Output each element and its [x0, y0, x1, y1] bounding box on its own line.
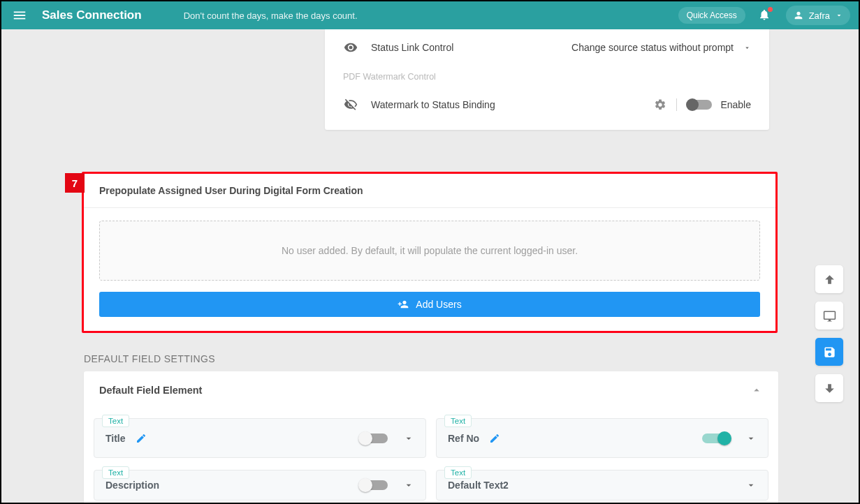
- save-button[interactable]: [815, 338, 843, 366]
- default-field-element-title: Default Field Element: [99, 385, 750, 396]
- edit-icon[interactable]: [136, 433, 147, 444]
- status-link-control-value: Change source status without prompt: [571, 42, 734, 53]
- default-field-element-card: Default Field Element Text Title Text: [84, 371, 778, 503]
- notification-bell-icon[interactable]: [758, 8, 772, 22]
- field-title-toggle[interactable]: [360, 433, 388, 443]
- scroll-up-button[interactable]: [815, 265, 843, 293]
- gear-icon[interactable]: [654, 98, 666, 111]
- collapse-chevron-up-icon[interactable]: [750, 384, 763, 396]
- add-users-label: Add Users: [416, 299, 461, 310]
- prepopulate-heading: Prepopulate Assigned User During Digital…: [84, 174, 775, 208]
- floating-actions: [815, 265, 843, 402]
- watermark-enable-toggle[interactable]: [687, 100, 712, 110]
- watermark-binding-label: Watermark to Status Binding: [371, 99, 654, 110]
- save-icon: [823, 346, 836, 359]
- visibility-off-icon: [343, 97, 358, 112]
- enable-label: Enable: [720, 99, 751, 110]
- quick-access-button[interactable]: Quick Access: [678, 7, 745, 24]
- expand-chevron-down-icon[interactable]: [403, 480, 414, 491]
- default-field-settings-heading: DEFAULT FIELD SETTINGS: [84, 353, 215, 364]
- field-type-tag: Text: [444, 415, 472, 427]
- field-refno-row: Ref No: [436, 418, 768, 458]
- field-default-text2-row: Default Text2: [436, 470, 768, 501]
- preview-desktop-button[interactable]: [815, 302, 843, 329]
- tagline: Don't count the days, make the days coun…: [184, 10, 678, 21]
- field-description-row: Description: [94, 470, 426, 501]
- app-header: Sales Connection Don't count the days, m…: [1, 1, 859, 29]
- field-title-row: Title: [94, 418, 426, 458]
- field-type-tag: Text: [444, 466, 472, 479]
- prepopulate-user-card: Prepopulate Assigned User During Digital…: [82, 172, 778, 333]
- status-link-control-label: Status Link Control: [371, 42, 571, 53]
- caret-down-icon: [743, 44, 751, 52]
- expand-chevron-down-icon[interactable]: [745, 433, 757, 444]
- arrow-down-icon: [823, 382, 836, 395]
- scroll-down-button[interactable]: [815, 374, 843, 402]
- expand-chevron-down-icon[interactable]: [745, 480, 757, 491]
- chevron-down-icon: [835, 11, 843, 20]
- field-default-text2-label: Default Text2: [448, 480, 509, 491]
- field-type-tag: Text: [102, 415, 129, 427]
- add-users-button[interactable]: Add Users: [99, 292, 760, 317]
- prepopulate-empty-state: No user added. By default, it will popul…: [99, 221, 760, 281]
- field-description-toggle[interactable]: [360, 480, 388, 490]
- status-link-control-row: Status Link Control Change source status…: [343, 40, 751, 55]
- field-description-label: Description: [105, 480, 159, 491]
- user-menu[interactable]: Zafra: [786, 6, 850, 25]
- step-badge-7: 7: [65, 173, 85, 193]
- notification-dot: [768, 7, 773, 12]
- field-refno-toggle[interactable]: [702, 433, 730, 443]
- brand-title: Sales Connection: [42, 8, 142, 22]
- expand-chevron-down-icon[interactable]: [403, 433, 414, 444]
- field-refno-label: Ref No: [448, 433, 479, 444]
- person-add-icon: [398, 299, 409, 310]
- person-icon: [793, 10, 804, 21]
- menu-icon[interactable]: [10, 6, 29, 25]
- user-name: Zafra: [809, 10, 830, 21]
- visibility-icon: [343, 40, 358, 55]
- field-title-label: Title: [105, 433, 126, 444]
- monitor-icon: [823, 309, 836, 323]
- watermark-binding-row: Watermark to Status Binding Enable: [343, 97, 751, 112]
- status-controls-card: Status Link Control Change source status…: [325, 29, 769, 130]
- field-type-tag: Text: [102, 466, 129, 479]
- status-link-control-dropdown[interactable]: Change source status without prompt: [571, 42, 751, 53]
- edit-icon[interactable]: [489, 433, 500, 444]
- pdf-watermark-section-label: PDF Watermark Control: [343, 72, 751, 82]
- separator: [676, 98, 677, 111]
- arrow-up-icon: [823, 273, 836, 286]
